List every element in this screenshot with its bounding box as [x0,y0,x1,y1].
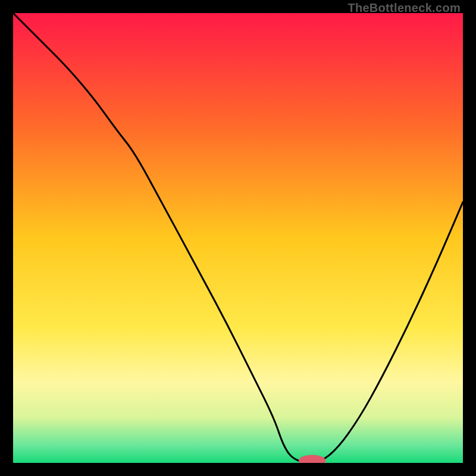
gradient-background [13,13,463,463]
bottleneck-chart [13,13,463,463]
watermark-label: TheBottleneck.com [347,1,461,15]
